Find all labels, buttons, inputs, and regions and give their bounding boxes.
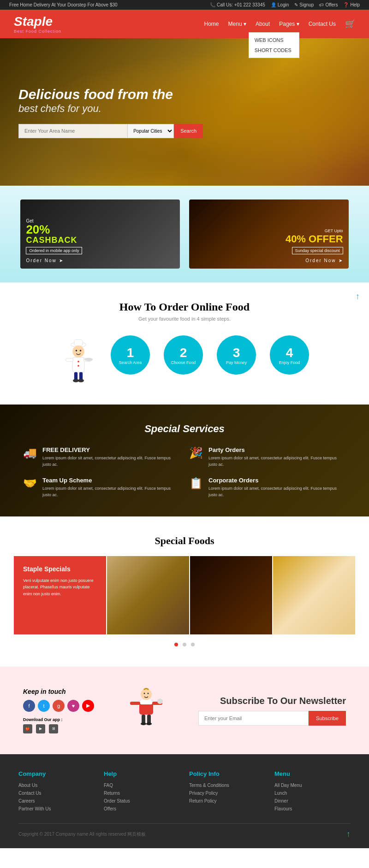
youtube-icon[interactable]: ▶ bbox=[82, 700, 94, 712]
teamup-icon: 🤝 bbox=[23, 477, 37, 490]
logo: Staple Best Food Collection bbox=[14, 14, 61, 34]
services-section: Special Services 🚚 FREE DELIVERY Lorem i… bbox=[0, 405, 369, 516]
download-label: Download Our app : bbox=[23, 717, 94, 722]
windows-badge[interactable]: ⊞ bbox=[49, 724, 58, 733]
footer-link-returnpolicy[interactable]: Return Policy bbox=[189, 798, 265, 803]
step-2: 2 Choose Food bbox=[164, 335, 203, 375]
nav-pages[interactable]: Pages ▾ WEB ICONS SHORT CODES bbox=[279, 21, 299, 27]
chef-svg bbox=[60, 335, 97, 386]
instagram-icon[interactable]: ♥ bbox=[67, 700, 79, 712]
footer-link-alldaymenu[interactable]: All Day Menu bbox=[274, 783, 351, 788]
nav-menu[interactable]: Menu ▾ bbox=[228, 21, 246, 27]
dot-3[interactable] bbox=[191, 643, 195, 646]
footer-link-offers[interactable]: Offers bbox=[104, 806, 180, 811]
services-title: Special Services bbox=[23, 423, 346, 435]
footer: Company About Us Contact Us Careers Part… bbox=[0, 754, 369, 848]
svg-point-8 bbox=[84, 358, 93, 361]
dot-1[interactable] bbox=[174, 643, 178, 646]
search-input[interactable] bbox=[18, 124, 128, 138]
service-name-3: Corporate Orders bbox=[208, 477, 346, 484]
footer-link-flavours[interactable]: Flavours bbox=[274, 806, 351, 811]
promo1-percent: 20% bbox=[26, 223, 174, 235]
android-badge[interactable]: ▶ bbox=[36, 724, 45, 733]
pages-dropdown: WEB ICONS SHORT CODES bbox=[249, 32, 299, 58]
food-image-1 bbox=[107, 556, 189, 634]
footer-link-dinner[interactable]: Dinner bbox=[274, 798, 351, 803]
copyright: Copyright © 2017 Company name All rights… bbox=[18, 831, 146, 838]
footer-link-faq[interactable]: FAQ bbox=[104, 783, 180, 788]
subscribe-button[interactable]: Subscribe bbox=[309, 711, 346, 726]
promo2-order[interactable]: Order Now ➤ bbox=[195, 258, 343, 263]
footer-policy-title: Policy Info bbox=[189, 770, 265, 777]
email-input[interactable] bbox=[198, 711, 309, 726]
footer-link-contactus[interactable]: Contact Us bbox=[18, 791, 95, 796]
service-name-2: Team Up Scheme bbox=[42, 477, 180, 484]
footer-link-privacy[interactable]: Privacy Policy bbox=[189, 791, 265, 796]
newsletter-chef bbox=[128, 685, 165, 736]
dropdown-item-shortcodes[interactable]: SHORT CODES bbox=[249, 45, 299, 55]
service-item-0: 🚚 FREE DELIVERY Lorem ipsum dolor sit am… bbox=[23, 446, 180, 468]
twitter-icon[interactable]: t bbox=[38, 700, 50, 712]
top-bar-actions: 📞 Call Us: +01 222 33345 👤 Login ✎ Signu… bbox=[210, 2, 360, 7]
hero-content: Delicious food from the best chefs for y… bbox=[18, 86, 351, 138]
help-link[interactable]: ❓ Help bbox=[343, 2, 360, 7]
logo-sub: Best Food Collection bbox=[14, 29, 61, 34]
svg-point-13 bbox=[77, 361, 79, 363]
how-title: How To Order Online Food bbox=[9, 301, 360, 313]
service-desc-2: Lorem ipsum dolor sit amet, consectetur … bbox=[42, 486, 180, 498]
promo-card-cashback: Get 20% CASHBACK Ordered in mobile app o… bbox=[20, 199, 180, 269]
footer-link-aboutus[interactable]: About Us bbox=[18, 783, 95, 788]
svg-point-25 bbox=[141, 722, 146, 725]
phone-link[interactable]: 📞 Call Us: +01 222 33345 bbox=[210, 2, 265, 7]
promo1-label: CASHBACK bbox=[26, 235, 174, 245]
svg-rect-19 bbox=[139, 700, 153, 704]
city-select[interactable]: Popular Cities bbox=[128, 124, 174, 138]
dropdown-item-webicons[interactable]: WEB ICONS bbox=[249, 35, 299, 45]
footer-link-partner[interactable]: Partner With Us bbox=[18, 806, 95, 811]
svg-point-3 bbox=[76, 350, 77, 352]
scroll-up-arrow[interactable]: ↑ bbox=[356, 292, 360, 301]
footer-link-returns[interactable]: Returns bbox=[104, 791, 180, 796]
googleplus-icon[interactable]: g bbox=[53, 700, 65, 712]
nav-about[interactable]: About bbox=[256, 21, 270, 27]
service-name-1: Party Orders bbox=[208, 446, 346, 453]
offers-link[interactable]: 🏷 Offers bbox=[319, 2, 338, 7]
chef-illustration bbox=[60, 335, 97, 386]
footer-col-company: Company About Us Contact Us Careers Part… bbox=[18, 770, 95, 814]
footer-link-orderstatus[interactable]: Order Status bbox=[104, 798, 180, 803]
nav-contact[interactable]: Contact Us bbox=[309, 21, 336, 27]
footer-menu-title: Menu bbox=[274, 770, 351, 777]
logo-title: Staple bbox=[14, 14, 61, 29]
phone-icon: 📞 bbox=[210, 2, 215, 7]
nav-home[interactable]: Home bbox=[204, 21, 219, 27]
promo2-badge: Sunday special discount bbox=[292, 247, 343, 254]
footer-company-title: Company bbox=[18, 770, 95, 777]
signup-link[interactable]: ✎ Signup bbox=[294, 2, 314, 7]
delivery-icon: 🚚 bbox=[23, 446, 37, 459]
login-link[interactable]: 👤 Login bbox=[271, 2, 289, 7]
how-subtitle: Get your favourite food in 4 simple step… bbox=[9, 316, 360, 322]
svg-point-12 bbox=[78, 379, 84, 382]
service-name-0: FREE DELIVERY bbox=[42, 446, 180, 453]
dot-2[interactable] bbox=[183, 643, 186, 646]
offers-icon: 🏷 bbox=[319, 2, 324, 7]
svg-point-2 bbox=[72, 346, 84, 358]
svg-point-17 bbox=[148, 693, 149, 694]
svg-rect-1 bbox=[74, 340, 83, 346]
facebook-icon[interactable]: f bbox=[23, 700, 35, 712]
footer-link-lunch[interactable]: Lunch bbox=[274, 791, 351, 796]
svg-point-15 bbox=[141, 689, 152, 700]
main-nav: Home Menu ▾ About Pages ▾ WEB ICONS SHOR… bbox=[204, 19, 355, 29]
cart-icon[interactable]: 🛒 bbox=[345, 19, 355, 29]
newsletter-form-area: Subscribe To Our Newsletter Subscribe bbox=[198, 695, 346, 726]
footer-link-terms[interactable]: Terms & Conditions bbox=[189, 783, 265, 788]
footer-col-menu: Menu All Day Menu Lunch Dinner Flavours bbox=[274, 770, 351, 814]
apple-badge[interactable]: 🍎 bbox=[23, 724, 32, 733]
service-item-2: 🤝 Team Up Scheme Lorem ipsum dolor sit a… bbox=[23, 477, 180, 498]
footer-scroll-up[interactable]: ↑ bbox=[346, 829, 351, 839]
svg-rect-20 bbox=[130, 702, 140, 705]
search-button[interactable]: Search bbox=[174, 124, 203, 138]
promo1-order[interactable]: Order Now ➤ bbox=[26, 258, 174, 263]
service-desc-3: Lorem ipsum dolor sit amet, consectetur … bbox=[208, 486, 346, 498]
footer-link-careers[interactable]: Careers bbox=[18, 798, 95, 803]
